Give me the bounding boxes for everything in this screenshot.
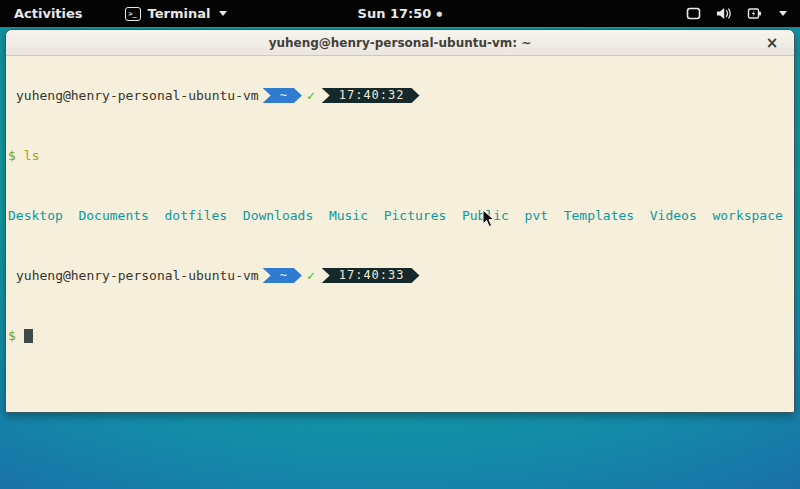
prompt-line-2: yuheng@henry-personal-ubuntu-vm ~ ✓ 17:4… (8, 268, 794, 283)
prompt-time-segment: 17:40:33 (322, 268, 420, 283)
close-button[interactable]: × (762, 33, 782, 53)
prompt-user-host: yuheng@henry-personal-ubuntu-vm (16, 268, 259, 283)
prompt-time-segment: 17:40:32 (322, 88, 420, 103)
chevron-down-icon (779, 11, 787, 16)
typed-command: ls (24, 148, 40, 163)
chevron-down-icon (219, 11, 227, 16)
command-line: $ ls (8, 148, 794, 163)
prompt-symbol: $ (8, 148, 16, 163)
terminal-content[interactable]: yuheng@henry-personal-ubuntu-vm ~ ✓ 17:4… (6, 56, 794, 413)
prompt-symbol: $ (8, 328, 16, 343)
check-icon: ✓ (307, 88, 315, 103)
clock-area[interactable]: Sun 17:50 ● (0, 0, 800, 27)
top-bar: Activities >_ Terminal Sun 17:50 ● (0, 0, 800, 27)
app-menu-label: Terminal (148, 6, 211, 21)
battery-charging-icon (747, 7, 762, 20)
prompt-cwd-segment: ~ (263, 88, 302, 103)
screen-icon (686, 7, 701, 20)
terminal-window: yuheng@henry-personal-ubuntu-vm: ~ × yuh… (5, 29, 795, 413)
current-prompt-line: $ (8, 328, 794, 343)
prompt-cwd-segment: ~ (263, 268, 302, 283)
ls-output-line: Desktop Documents dotfiles Downloads Mus… (8, 208, 794, 223)
clock-label: Sun 17:50 (358, 6, 432, 21)
window-title: yuheng@henry-personal-ubuntu-vm: ~ (269, 36, 532, 50)
prompt-user-host: yuheng@henry-personal-ubuntu-vm (16, 88, 259, 103)
app-menu-terminal[interactable]: >_ Terminal (125, 0, 228, 27)
system-tray-menu[interactable] (686, 0, 800, 27)
volume-icon (716, 7, 732, 20)
terminal-app-icon: >_ (125, 7, 141, 21)
terminal-cursor (24, 329, 33, 343)
notification-dot-icon: ● (436, 10, 442, 18)
check-icon: ✓ (307, 268, 315, 283)
prompt-line-1: yuheng@henry-personal-ubuntu-vm ~ ✓ 17:4… (8, 88, 794, 103)
window-titlebar[interactable]: yuheng@henry-personal-ubuntu-vm: ~ × (6, 30, 794, 56)
activities-button[interactable]: Activities (0, 0, 97, 27)
